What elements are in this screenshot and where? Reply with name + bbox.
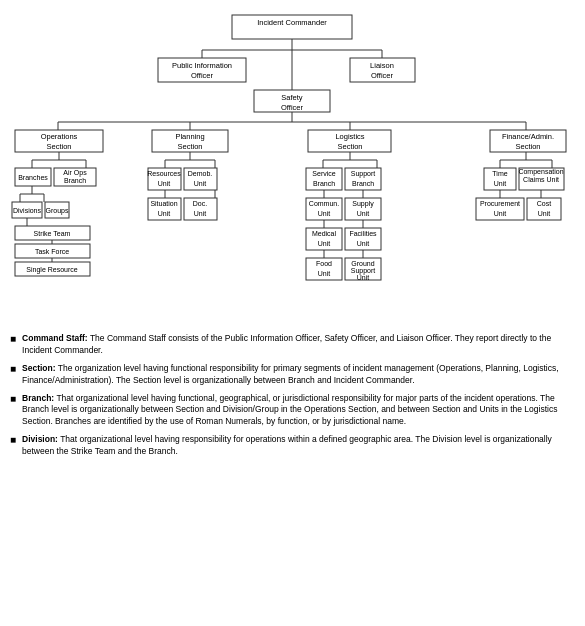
svg-text:Unit: Unit [494, 180, 507, 187]
svg-text:Doc.: Doc. [193, 200, 207, 207]
definition-division: ■ Division: That organizational level ha… [10, 434, 575, 458]
svg-text:Section: Section [177, 142, 202, 151]
svg-text:Planning: Planning [175, 132, 204, 141]
definition-branch: ■ Branch: That organizational level havi… [10, 393, 575, 429]
svg-text:Branch: Branch [313, 180, 335, 187]
svg-text:Liaison: Liaison [370, 61, 394, 70]
svg-text:Branches: Branches [18, 174, 48, 181]
svg-text:Unit: Unit [194, 180, 207, 187]
text-branch: That organizational level having functio… [22, 393, 557, 427]
svg-text:Unit: Unit [194, 210, 207, 217]
svg-text:Unit: Unit [318, 270, 331, 277]
svg-text:Branch: Branch [352, 180, 374, 187]
bullet-icon: ■ [10, 332, 16, 346]
svg-text:Medical: Medical [312, 230, 337, 237]
svg-text:Finance/Admin.: Finance/Admin. [502, 132, 554, 141]
svg-text:Task Force: Task Force [35, 248, 69, 255]
svg-text:Logistics: Logistics [335, 132, 364, 141]
org-chart-svg: Incident Commander Public Information Of… [10, 10, 575, 325]
svg-text:Facilities: Facilities [349, 230, 377, 237]
text-division: That organizational level having respons… [22, 434, 552, 456]
text-command-staff: The Command Staff consists of the Public… [22, 333, 551, 355]
svg-text:Officer: Officer [371, 71, 393, 80]
svg-text:Air Ops: Air Ops [63, 169, 87, 177]
svg-text:Single Resource: Single Resource [26, 266, 77, 274]
bullet-icon-4: ■ [10, 433, 16, 447]
svg-text:Operations: Operations [41, 132, 78, 141]
svg-text:Safety: Safety [281, 93, 303, 102]
svg-text:Unit: Unit [318, 210, 331, 217]
svg-text:Service: Service [312, 170, 335, 177]
definition-section: ■ Section: The organization level having… [10, 363, 575, 387]
svg-text:Supply: Supply [352, 200, 374, 208]
svg-text:Support: Support [351, 170, 376, 178]
svg-text:Section: Section [46, 142, 71, 151]
bullet-icon-2: ■ [10, 362, 16, 376]
svg-text:Unit: Unit [158, 180, 171, 187]
svg-text:Unit: Unit [357, 274, 370, 281]
svg-text:Divisions: Divisions [13, 207, 42, 214]
text-section: The organization level having functional… [22, 363, 559, 385]
svg-text:Unit: Unit [318, 240, 331, 247]
svg-text:Compensation: Compensation [518, 168, 563, 176]
svg-text:Branch: Branch [64, 177, 86, 184]
svg-text:Procurement: Procurement [480, 200, 520, 207]
svg-text:Food: Food [316, 260, 332, 267]
svg-text:Time: Time [492, 170, 507, 177]
definitions-section: ■ Command Staff: The Command Staff consi… [10, 333, 575, 458]
svg-text:Situation: Situation [150, 200, 177, 207]
svg-text:Groups: Groups [46, 207, 69, 215]
definition-command-staff: ■ Command Staff: The Command Staff consi… [10, 333, 575, 357]
svg-text:Claims Unit: Claims Unit [523, 176, 559, 183]
svg-text:Public Information: Public Information [172, 61, 232, 70]
svg-text:Commun.: Commun. [309, 200, 339, 207]
svg-text:Cost: Cost [537, 200, 551, 207]
bullet-icon-3: ■ [10, 392, 16, 406]
term-branch: Branch: [22, 393, 54, 403]
svg-text:Officer: Officer [281, 103, 303, 112]
svg-text:Section: Section [515, 142, 540, 151]
svg-text:Resources: Resources [147, 170, 181, 177]
svg-text:Ground: Ground [351, 260, 374, 267]
svg-text:Unit: Unit [494, 210, 507, 217]
svg-text:Section: Section [337, 142, 362, 151]
term-division: Division: [22, 434, 58, 444]
term-section: Section: [22, 363, 56, 373]
svg-text:Strike Team: Strike Team [34, 230, 71, 237]
term-command-staff: Command Staff: [22, 333, 88, 343]
svg-text:Unit: Unit [357, 240, 370, 247]
svg-text:Unit: Unit [357, 210, 370, 217]
svg-text:Unit: Unit [538, 210, 551, 217]
svg-text:Incident Commander: Incident Commander [257, 18, 327, 27]
org-chart: Incident Commander Public Information Of… [10, 10, 575, 325]
svg-text:Officer: Officer [191, 71, 213, 80]
svg-text:Unit: Unit [158, 210, 171, 217]
svg-text:Demob.: Demob. [188, 170, 213, 177]
